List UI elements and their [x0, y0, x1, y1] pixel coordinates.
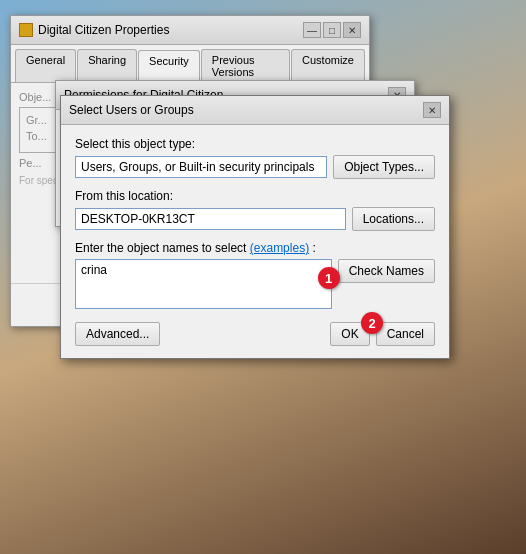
select-users-dialog: Select Users or Groups ✕ Select this obj… [60, 95, 450, 359]
select-dialog-titlebar: Select Users or Groups ✕ [61, 96, 449, 125]
tab-general[interactable]: General [15, 49, 76, 82]
dialog-bottom-row: Advanced... OK 2 Cancel [75, 322, 435, 346]
minimize-button[interactable]: — [303, 22, 321, 38]
locations-button[interactable]: Locations... [352, 207, 435, 231]
folder-icon [19, 23, 33, 37]
object-names-area: 1 Check Names [75, 259, 435, 312]
names-label: Enter the object names to select [75, 241, 246, 255]
examples-link[interactable]: (examples) [250, 241, 309, 255]
location-input[interactable] [75, 208, 346, 230]
object-type-label: Select this object type: [75, 137, 435, 151]
location-row: Locations... [75, 207, 435, 231]
tab-sharing[interactable]: Sharing [77, 49, 137, 82]
advanced-button[interactable]: Advanced... [75, 322, 160, 346]
badge-1: 1 [318, 267, 340, 289]
tabs-bar: General Sharing Security Previous Versio… [11, 45, 369, 83]
tab-security[interactable]: Security [138, 50, 200, 83]
close-button[interactable]: ✕ [343, 22, 361, 38]
select-dialog-close-button[interactable]: ✕ [423, 102, 441, 118]
cancel-button-select[interactable]: Cancel [376, 322, 435, 346]
object-type-input[interactable] [75, 156, 327, 178]
main-window-titlebar: Digital Citizen Properties — □ ✕ [11, 16, 369, 45]
object-types-button[interactable]: Object Types... [333, 155, 435, 179]
maximize-button[interactable]: □ [323, 22, 341, 38]
select-dialog-body: Select this object type: Object Types...… [61, 125, 449, 358]
tab-customize[interactable]: Customize [291, 49, 365, 82]
check-names-button[interactable]: Check Names [338, 259, 435, 283]
object-names-input[interactable] [75, 259, 332, 309]
object-type-row: Object Types... [75, 155, 435, 179]
select-dialog-title: Select Users or Groups [69, 103, 194, 117]
badge-2: 2 [361, 312, 383, 334]
main-window-title: Digital Citizen Properties [38, 23, 169, 37]
location-label: From this location: [75, 189, 435, 203]
tab-previous-versions[interactable]: Previous Versions [201, 49, 290, 82]
